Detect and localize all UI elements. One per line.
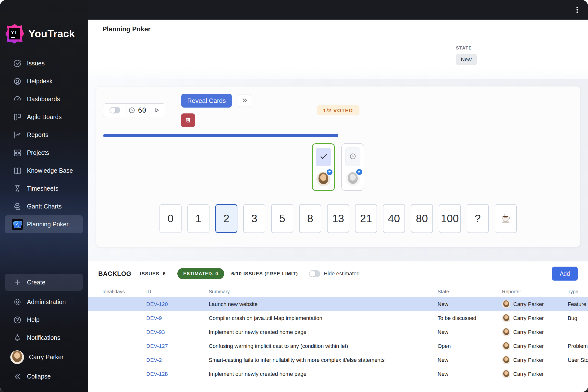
table-row-dev-127[interactable]: DEV-127Confusing warning implicit cast t… [88, 339, 588, 353]
issue-reporter: Carry Parker [502, 370, 568, 378]
deck-card-0[interactable]: 0 [160, 204, 182, 233]
gauge-icon [13, 94, 22, 104]
state-value-badge[interactable]: New [456, 54, 476, 65]
sidebar-item-planning-poker[interactable]: ✓Planning Poker [5, 215, 83, 233]
issue-id-link[interactable]: DEV-9 [146, 315, 209, 322]
reporter-avatar [502, 314, 510, 322]
chevrons-right-icon [241, 97, 248, 104]
deck-card-13[interactable]: 13 [327, 204, 349, 233]
table-row-dev-120[interactable]: DEV-120Launch new websiteNewCarry Parker… [88, 297, 588, 311]
deck-card--[interactable]: ? [467, 204, 489, 233]
sidebar-item-label: Agile Boards [27, 114, 62, 120]
column-header-type: Type [568, 289, 588, 294]
deck-card-8[interactable]: 8 [299, 204, 321, 233]
deck-card-3[interactable]: 3 [243, 204, 265, 233]
create-button[interactable]: Create [5, 274, 83, 291]
table-row-dev-128[interactable]: DEV-128Implement our newly created home … [88, 367, 588, 381]
sidebar-item-timesheets[interactable]: Timesheets [5, 180, 83, 198]
issue-reporter: Carry Parker [502, 356, 568, 364]
play-icon [153, 107, 160, 114]
reporter-name: Carry Parker [513, 301, 544, 308]
sidebar-item-issues[interactable]: Issues [5, 54, 83, 72]
deck-card-2[interactable]: 2 [215, 204, 238, 233]
deck-card-21[interactable]: 21 [355, 204, 377, 233]
sidebar-item-helpdesk[interactable]: Helpdesk [5, 72, 83, 90]
vote-progress-fill [103, 134, 338, 137]
issue-id-link[interactable]: DEV-120 [146, 301, 209, 308]
issue-id-link[interactable]: DEV-93 [146, 329, 209, 336]
more-actions-button[interactable] [238, 94, 251, 107]
table-row-dev-2[interactable]: DEV-2Smart-casting fails to infer nullab… [88, 353, 588, 367]
delete-round-button[interactable] [181, 114, 195, 127]
issue-reporter: Carry Parker [502, 328, 568, 336]
deck-card-coffee[interactable] [495, 204, 517, 233]
add-issue-button[interactable]: Add [552, 267, 578, 281]
issue-summary: Confusing warning implicit cast to any (… [209, 343, 438, 349]
issue-summary: Implement our newly created home page [209, 329, 438, 336]
sidebar-nav: IssuesHelpdeskDashboardsAgile BoardsRepo… [5, 54, 83, 233]
issue-type: User Story [568, 357, 588, 363]
deck-card-1[interactable]: 1 [188, 204, 210, 233]
state-field: STATE New [456, 46, 476, 65]
issue-id-link[interactable]: DEV-128 [146, 371, 209, 377]
issue-state: New [438, 329, 502, 336]
chart-line-icon [13, 130, 22, 140]
kebab-menu-icon[interactable] [573, 6, 582, 14]
timer-group: 60 [103, 104, 166, 117]
issue-type: Problem [568, 343, 588, 349]
deck-card-80[interactable]: 80 [411, 204, 433, 233]
sidebar-item-projects[interactable]: Projects [5, 144, 83, 162]
sidebar-collapse[interactable]: Collapse [5, 368, 83, 386]
reporter-name: Carry Parker [513, 329, 544, 336]
sidebar-item-help[interactable]: Help [5, 311, 83, 329]
poker-area: 60 Reveal Cards 1/2 VOTED [88, 79, 588, 262]
sidebar-item-reports[interactable]: Reports [5, 126, 83, 144]
star-badge-icon [326, 168, 333, 176]
participant-card-waiting[interactable] [341, 143, 364, 191]
timer-seconds[interactable]: 60 [138, 106, 146, 114]
issue-reporter: Carry Parker [502, 314, 568, 322]
deck-card-5[interactable]: 5 [271, 204, 293, 233]
gantt-bars-icon [13, 202, 22, 211]
sidebar-item-dashboards[interactable]: Dashboards [5, 90, 83, 108]
sidebar-item-agile-boards[interactable]: Agile Boards [5, 108, 83, 126]
issue-summary: Smart-casting fails to infer nullability… [209, 357, 438, 363]
bell-icon [13, 333, 22, 342]
timer-start-button[interactable] [148, 104, 165, 117]
table-row-dev-9[interactable]: DEV-9Compiler crash on java.util.Map imp… [88, 311, 588, 325]
backlog-section: BACKLOG ISSUES: 6 ESTIMATED: 0 6/10 ISSU… [88, 262, 588, 392]
deck-card-40[interactable]: 40 [383, 204, 405, 233]
backlog-header-bar: BACKLOG ISSUES: 6 ESTIMATED: 0 6/10 ISSU… [88, 262, 588, 286]
reveal-cards-button[interactable]: Reveal Cards [181, 94, 232, 108]
deck-card-100[interactable]: 100 [439, 204, 461, 233]
app-logo[interactable]: YT YouTrack [6, 24, 75, 44]
sidebar-item-notifications[interactable]: Notifications [5, 329, 83, 347]
participant-card-voted[interactable] [312, 143, 335, 191]
issue-id-link[interactable]: DEV-2 [146, 357, 209, 363]
sidebar-item-administration[interactable]: Administration [5, 293, 83, 311]
timer-toggle[interactable] [110, 107, 120, 114]
issue-id-link[interactable]: DEV-127 [146, 343, 209, 349]
trash-icon [184, 116, 192, 124]
sidebar-user[interactable]: Carry Parker [5, 347, 83, 368]
reporter-avatar [502, 342, 510, 350]
sidebar-item-knowledge-base[interactable]: Knowledge Base [5, 162, 83, 180]
sidebar-item-label: Help [27, 316, 40, 324]
participant-cards [96, 143, 580, 191]
reporter-avatar [502, 370, 510, 378]
board-columns-icon [13, 112, 22, 122]
issue-reporter: Carry Parker [502, 300, 568, 308]
sidebar-item-label: Gantt Charts [27, 203, 62, 210]
reporter-name: Carry Parker [513, 357, 544, 363]
vote-hidden-card [316, 148, 331, 166]
sidebar-item-gantt-charts[interactable]: Gantt Charts [5, 198, 83, 215]
column-header-reporter: Reporter [502, 289, 568, 294]
book-open-icon [13, 166, 22, 176]
poker-panel: 60 Reveal Cards 1/2 VOTED [96, 86, 580, 247]
table-row-dev-93[interactable]: DEV-93Implement our newly created home p… [88, 325, 588, 339]
clock-icon [349, 153, 356, 161]
hide-estimated-toggle[interactable] [309, 270, 320, 277]
plus-icon [13, 278, 22, 287]
issue-state: Open [438, 343, 502, 349]
sidebar-item-label: Dashboards [27, 96, 60, 103]
